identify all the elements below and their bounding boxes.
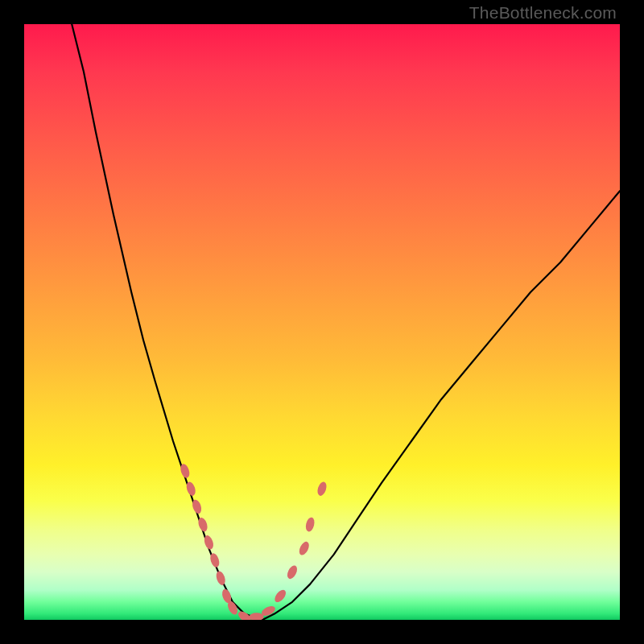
watermark-text: TheBottleneck.com [469, 3, 617, 23]
marker-bead [285, 564, 299, 581]
marker-bead [316, 481, 328, 497]
bottleneck-curve [72, 24, 620, 620]
marker-bead [250, 613, 264, 620]
marker-bead [297, 540, 311, 557]
marker-dot [277, 592, 283, 599]
marker-dot [307, 522, 313, 528]
plot-area [24, 24, 620, 620]
chart-frame: TheBottleneck.com [0, 0, 644, 644]
marker-dot [200, 522, 206, 528]
marker-dot [242, 613, 248, 620]
marker-dot [217, 575, 224, 581]
curve-layer [24, 24, 620, 620]
highlighted-range-markers [179, 463, 328, 620]
marker-dot [182, 468, 188, 474]
